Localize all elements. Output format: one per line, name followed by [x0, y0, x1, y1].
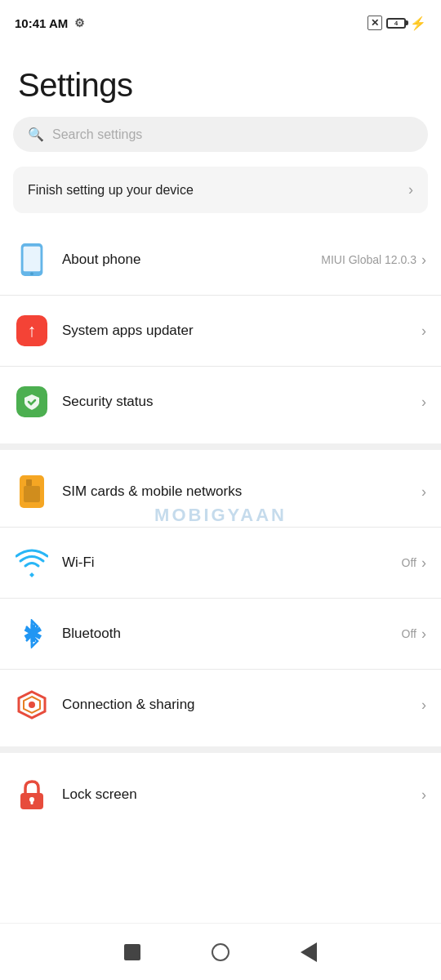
sim-cards-right: ›: [421, 483, 426, 501]
search-placeholder: Search settings: [52, 127, 142, 142]
wifi-item[interactable]: Wi-Fi Off ›: [0, 532, 441, 593]
security-status-chevron: ›: [421, 394, 426, 411]
security-status-right: ›: [421, 394, 426, 411]
sim-cards-content: SIM cards & mobile networks: [62, 483, 421, 500]
section-divider-1: [0, 443, 441, 450]
bluetooth-status: Off: [402, 627, 416, 640]
lock-screen-label: Lock screen: [62, 786, 421, 803]
wifi-label: Wi-Fi: [62, 555, 402, 571]
battery-icon: 4: [386, 18, 406, 29]
security-shield-icon: [16, 386, 47, 417]
svg-rect-11: [31, 800, 33, 804]
bolt-icon: ⚡: [410, 16, 426, 31]
search-bar[interactable]: 🔍 Search settings: [13, 117, 428, 152]
bluetooth-chevron: ›: [421, 626, 426, 643]
sim-icon: [19, 474, 45, 509]
page-title: Settings: [0, 42, 441, 117]
security-status-content: Security status: [62, 394, 421, 410]
finish-setup-banner[interactable]: Finish setting up your device ›: [13, 167, 428, 213]
connection-right: ›: [421, 697, 426, 714]
gear-icon: ⚙: [74, 16, 85, 29]
search-icon: 🔍: [28, 127, 44, 142]
svg-point-8: [29, 702, 35, 708]
connection-item[interactable]: Connection & sharing ›: [0, 675, 441, 735]
about-phone-chevron: ›: [421, 252, 426, 269]
security-status-item[interactable]: Security status ›: [0, 372, 441, 432]
bluetooth-symbol: [23, 619, 41, 648]
nav-recents-button[interactable]: [121, 941, 144, 964]
wifi-content: Wi-Fi: [62, 555, 402, 571]
divider-4: [0, 598, 441, 599]
finish-setup-label: Finish setting up your device: [28, 183, 194, 198]
connection-chevron: ›: [421, 697, 426, 714]
svg-rect-4: [24, 486, 40, 502]
bluetooth-item[interactable]: ✱ Bluetooth Off ›: [0, 604, 441, 664]
lock-screen-chevron: ›: [421, 786, 426, 804]
about-phone-sublabel: MIUI Global 12.0.3: [321, 253, 416, 266]
status-right: ✕ 4 ⚡: [368, 16, 426, 31]
section-1: About phone MIUI Global 12.0.3 › ↑ Syste…: [0, 229, 441, 432]
wifi-right: Off ›: [402, 555, 426, 572]
connection-icon-wrap: [15, 688, 49, 722]
divider-5: [0, 669, 441, 670]
lock-screen-content: Lock screen: [62, 786, 421, 803]
connection-content: Connection & sharing: [62, 697, 421, 713]
lock-icon: [17, 778, 47, 811]
battery-x-icon: ✕: [368, 16, 382, 30]
system-apps-content: System apps updater: [62, 323, 421, 339]
system-apps-icon: ↑: [16, 315, 47, 346]
system-apps-chevron: ›: [421, 323, 426, 340]
system-apps-icon-wrap: ↑: [15, 314, 49, 348]
time-display: 10:41 AM: [15, 16, 68, 30]
bluetooth-content: Bluetooth: [62, 626, 402, 642]
bluetooth-icon-wrap: ✱: [15, 617, 49, 651]
connection-label: Connection & sharing: [62, 697, 421, 713]
sim-cards-item[interactable]: SIM cards & mobile networks ›: [0, 461, 441, 522]
divider-3: [0, 527, 441, 528]
wifi-icon: [16, 548, 48, 577]
section-3: Lock screen ›: [0, 764, 441, 825]
lock-icon-wrap: [15, 777, 49, 812]
divider-2: [0, 366, 441, 367]
nav-square-icon: [124, 944, 140, 960]
system-apps-label: System apps updater: [62, 323, 421, 339]
lock-screen-item[interactable]: Lock screen ›: [0, 764, 441, 825]
about-phone-content: About phone: [62, 252, 321, 268]
wifi-chevron: ›: [421, 555, 426, 572]
nav-triangle-icon: [301, 942, 317, 962]
phone-icon: [19, 243, 45, 276]
nav-circle-icon: [212, 943, 229, 961]
section-divider-2: [0, 746, 441, 753]
about-phone-label: About phone: [62, 252, 321, 268]
wifi-icon-wrap: [15, 546, 49, 580]
status-bar: 10:41 AM ⚙ ✕ 4 ⚡: [0, 0, 441, 42]
sim-cards-chevron: ›: [421, 483, 426, 501]
status-left: 10:41 AM ⚙: [15, 16, 85, 30]
svg-point-2: [30, 272, 33, 275]
wifi-status: Off: [402, 556, 416, 569]
system-apps-right: ›: [421, 323, 426, 340]
search-container: 🔍 Search settings: [0, 117, 441, 163]
nav-back-button[interactable]: [297, 941, 320, 964]
svg-rect-5: [26, 479, 32, 486]
about-phone-icon-wrap: [15, 243, 49, 277]
finish-setup-chevron: ›: [408, 181, 413, 198]
section-2: SIM cards & mobile networks › Wi-Fi Off …: [0, 461, 441, 735]
bluetooth-right: Off ›: [402, 626, 426, 643]
bottom-nav: [0, 923, 441, 980]
svg-rect-1: [24, 247, 41, 271]
about-phone-right: MIUI Global 12.0.3 ›: [321, 252, 426, 269]
connection-icon: [16, 688, 48, 721]
system-apps-item[interactable]: ↑ System apps updater ›: [0, 301, 441, 361]
about-phone-item[interactable]: About phone MIUI Global 12.0.3 ›: [0, 229, 441, 290]
security-status-label: Security status: [62, 394, 421, 410]
divider-1: [0, 295, 441, 296]
sim-icon-wrap: [15, 474, 49, 509]
security-status-icon-wrap: [15, 385, 49, 419]
lock-screen-right: ›: [421, 786, 426, 804]
sim-cards-label: SIM cards & mobile networks: [62, 483, 421, 500]
nav-home-button[interactable]: [209, 941, 232, 964]
bluetooth-label: Bluetooth: [62, 626, 402, 642]
